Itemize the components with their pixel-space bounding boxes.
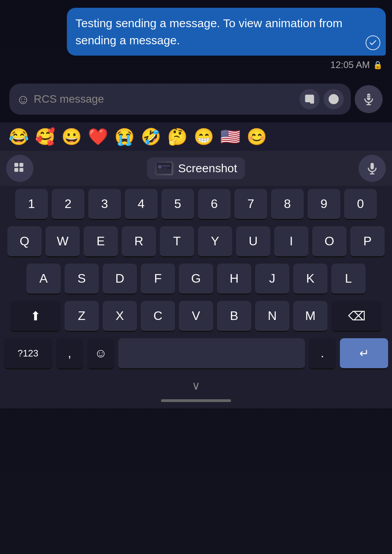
key-w[interactable]: W xyxy=(46,226,80,257)
key-g[interactable]: G xyxy=(179,264,213,295)
home-indicator xyxy=(0,395,392,408)
key-3[interactable]: 3 xyxy=(88,189,121,220)
input-bar: ☺ RCS message xyxy=(4,80,388,119)
input-field-container[interactable]: ☺ RCS message xyxy=(9,84,351,115)
key-4[interactable]: 4 xyxy=(125,189,158,220)
emoji-rofl[interactable]: 🤣 xyxy=(138,126,163,148)
key-u[interactable]: U xyxy=(236,226,270,257)
grid-button[interactable] xyxy=(6,155,33,182)
emoji-crying[interactable]: 😭 xyxy=(112,126,137,148)
key-z[interactable]: Z xyxy=(65,301,99,332)
key-0[interactable]: 0 xyxy=(344,189,377,220)
key-l[interactable]: L xyxy=(331,264,366,295)
backspace-icon: ⌫ xyxy=(348,309,366,323)
emoji-grin[interactable]: 😀 xyxy=(59,126,84,148)
key-c[interactable]: C xyxy=(141,301,175,332)
key-8[interactable]: 8 xyxy=(271,189,304,220)
bottom-nav: ∨ xyxy=(0,372,392,395)
mic-button[interactable] xyxy=(359,155,386,182)
key-y[interactable]: Y xyxy=(198,226,232,257)
emoji-smile[interactable]: 😊 xyxy=(244,126,269,148)
emoji-flag[interactable]: 🇺🇸 xyxy=(218,126,243,148)
key-2[interactable]: 2 xyxy=(52,189,84,220)
svg-rect-14 xyxy=(14,163,18,167)
period-key[interactable]: . xyxy=(309,338,336,369)
key-s[interactable]: S xyxy=(65,264,99,295)
svg-rect-15 xyxy=(19,163,23,167)
key-r[interactable]: R xyxy=(122,226,156,257)
zxcv-row: ⬆ Z X C V B N M ⌫ xyxy=(0,298,392,335)
input-placeholder[interactable]: RCS message xyxy=(34,93,296,105)
message-time: 12:05 AM 🔒 xyxy=(331,59,386,70)
suggestion-label: Screenshot xyxy=(178,162,237,175)
shift-icon: ⬆ xyxy=(30,309,41,323)
message-text: Testing sending a message. To view anima… xyxy=(75,17,342,47)
key-6[interactable]: 6 xyxy=(198,189,231,220)
key-b[interactable]: B xyxy=(217,301,251,332)
key-j[interactable]: J xyxy=(255,264,289,295)
spacebar-key[interactable] xyxy=(118,338,305,369)
key-h[interactable]: H xyxy=(217,264,251,295)
key-f[interactable]: F xyxy=(141,264,175,295)
key-o[interactable]: O xyxy=(312,226,346,257)
emoji-hearts[interactable]: 🥰 xyxy=(33,126,58,148)
key-k[interactable]: K xyxy=(293,264,327,295)
home-bar xyxy=(161,399,231,402)
sent-checkmark xyxy=(366,35,380,50)
key-1[interactable]: 1 xyxy=(15,189,48,220)
keyboard: 1 2 3 4 5 6 7 8 9 0 Q W E R T Y U I O P … xyxy=(0,186,392,372)
svg-point-1 xyxy=(307,97,309,98)
key-q[interactable]: Q xyxy=(7,226,42,257)
svg-rect-16 xyxy=(14,168,18,172)
message-bubble: Testing sending a message. To view anima… xyxy=(67,8,386,56)
media-attach-button[interactable] xyxy=(299,89,320,109)
svg-rect-17 xyxy=(19,168,23,172)
comma-key[interactable]: , xyxy=(56,338,83,369)
add-button[interactable] xyxy=(324,89,344,109)
screenshot-thumbnail xyxy=(155,161,173,175)
emoji-thinking[interactable]: 🤔 xyxy=(165,126,190,148)
emoji-row: 😂 🥰 😀 ❤️ 😭 🤣 🤔 😁 🇺🇸 😊 xyxy=(0,122,392,151)
chat-area: Testing sending a message. To view anima… xyxy=(0,0,392,77)
key-d[interactable]: D xyxy=(103,264,137,295)
key-e[interactable]: E xyxy=(84,226,118,257)
svg-rect-11 xyxy=(366,94,367,99)
bottom-row: ?123 , ☺ . ↵ xyxy=(0,335,392,372)
key-5[interactable]: 5 xyxy=(161,189,194,220)
emoji-button-icon[interactable]: ☺ xyxy=(16,92,30,107)
emoji-heart[interactable]: ❤️ xyxy=(86,126,110,148)
enter-key[interactable]: ↵ xyxy=(340,338,388,369)
backspace-key[interactable]: ⌫ xyxy=(331,301,382,332)
screenshot-suggestion[interactable]: Screenshot xyxy=(147,157,245,179)
number-row: 1 2 3 4 5 6 7 8 9 0 xyxy=(0,186,392,223)
emoji-laughing[interactable]: 😂 xyxy=(6,126,31,148)
svg-rect-21 xyxy=(162,165,170,166)
symbols-key[interactable]: ?123 xyxy=(4,338,52,369)
key-x[interactable]: X xyxy=(103,301,137,332)
key-v[interactable]: V xyxy=(179,301,213,332)
key-m[interactable]: M xyxy=(293,301,327,332)
chevron-down-icon[interactable]: ∨ xyxy=(192,379,200,392)
voice-button[interactable] xyxy=(355,85,383,113)
key-p[interactable]: P xyxy=(350,226,385,257)
key-7[interactable]: 7 xyxy=(234,189,267,220)
emoji-keyboard-key[interactable]: ☺ xyxy=(87,338,114,369)
key-n[interactable]: N xyxy=(255,301,289,332)
asdf-row: A S D F G H J K L xyxy=(0,260,392,298)
svg-point-20 xyxy=(158,165,162,169)
suggestion-row: Screenshot xyxy=(0,151,392,186)
shift-key[interactable]: ⬆ xyxy=(10,301,61,332)
qwerty-row: Q W E R T Y U I O P xyxy=(0,223,392,260)
svg-rect-22 xyxy=(162,168,168,168)
svg-rect-12 xyxy=(367,95,371,96)
emoji-grin2[interactable]: 😁 xyxy=(191,126,216,148)
svg-rect-23 xyxy=(371,163,374,170)
key-t[interactable]: T xyxy=(160,226,194,257)
enter-icon: ↵ xyxy=(359,346,369,360)
key-i[interactable]: I xyxy=(274,226,308,257)
svg-rect-13 xyxy=(367,97,371,98)
key-9[interactable]: 9 xyxy=(308,189,340,220)
key-a[interactable]: A xyxy=(26,264,61,295)
emoji-key-icon: ☺ xyxy=(94,346,107,360)
svg-rect-19 xyxy=(157,169,172,174)
